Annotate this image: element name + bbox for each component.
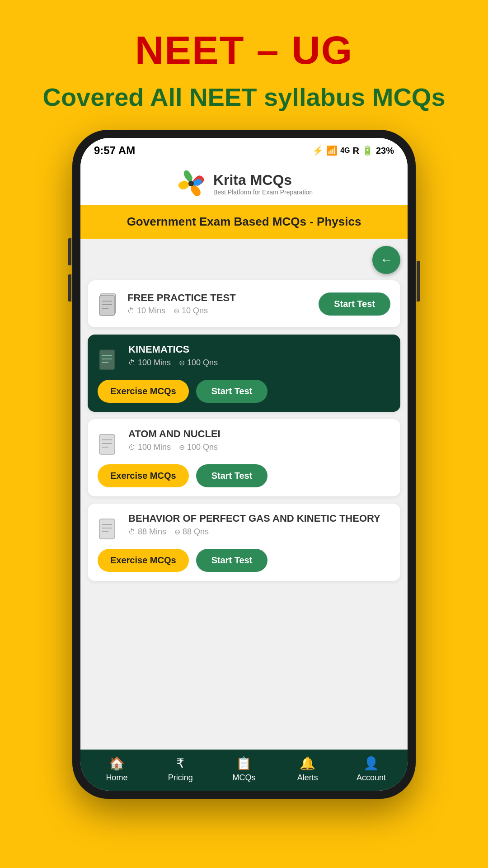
signal-icon: ⚡: [312, 145, 324, 156]
alerts-nav-icon: 🔔: [300, 756, 315, 771]
gas-icon: [98, 514, 120, 542]
kinematics-info: KINEMATICS ⏱ 100 Mins ⊖ 100 Qns: [128, 344, 390, 368]
kinematics-icon: [98, 345, 120, 373]
kinematics-actions: Exercise MCQs Start Test: [98, 380, 390, 403]
battery-percent: 23%: [376, 146, 394, 156]
svg-point-0: [188, 181, 194, 186]
pricing-nav-icon: ₹: [176, 756, 184, 771]
nav-item-alerts[interactable]: 🔔 Alerts: [285, 756, 330, 783]
app-header: Krita MCQs Best Platform for Exam Prepar…: [80, 160, 408, 205]
status-bar: 9:57 AM ⚡ 📶 4G R 🔋 23%: [80, 138, 408, 160]
nav-item-pricing[interactable]: ₹ Pricing: [158, 756, 203, 783]
logo-text-container: Krita MCQs Best Platform for Exam Prepar…: [213, 172, 313, 196]
atom-mins: ⏱ 100 Mins: [128, 443, 171, 452]
home-nav-label: Home: [106, 773, 127, 783]
kinematics-header: KINEMATICS ⏱ 100 Mins ⊖ 100 Qns: [98, 344, 390, 373]
page-title: NEET – UG: [135, 27, 353, 73]
bottom-nav: 🏠 Home ₹ Pricing 📋 MCQs 🔔 Alerts 👤: [80, 750, 408, 791]
kinematics-qns-value: 100 Qns: [187, 358, 218, 368]
volume-up-btn: [68, 238, 71, 265]
back-arrow-icon: ←: [380, 254, 393, 266]
atom-start-button[interactable]: Start Test: [196, 464, 268, 487]
home-nav-icon: 🏠: [109, 756, 125, 771]
atom-actions: Exercise MCQs Start Test: [98, 464, 390, 487]
gas-exercise-button[interactable]: Exercise MCQs: [98, 549, 189, 572]
app-name: Krita MCQs: [213, 172, 313, 189]
logo-container: Krita MCQs Best Platform for Exam Prepar…: [175, 168, 313, 199]
gas-qns: ⊖ 88 Qns: [174, 527, 209, 537]
free-mins: ⏱ 10 Mins: [127, 306, 165, 316]
gas-qns-value: 88 Qns: [183, 527, 209, 537]
atom-mins-value: 100 Mins: [138, 443, 171, 452]
atom-icon: [98, 430, 120, 457]
free-qns: ⊖ 10 Qns: [174, 306, 208, 316]
kinematics-exercise-button[interactable]: Exercise MCQs: [98, 380, 189, 403]
account-nav-label: Account: [357, 773, 386, 783]
kinematics-qns: ⊖ 100 Qns: [179, 358, 218, 368]
clock-icon: ⏱: [127, 307, 135, 315]
gas-start-button[interactable]: Start Test: [196, 549, 268, 572]
free-card-left: FREE PRACTICE TEST ⏱ 10 Mins ⊖ 10 Qns: [98, 289, 236, 318]
gas-actions: Exercise MCQs Start Test: [98, 549, 390, 572]
clock-icon: ⏱: [128, 359, 136, 367]
banner-text: Government Exam Based MCQs - Physics: [127, 215, 361, 228]
svg-rect-17: [99, 519, 115, 539]
phone-screen: 9:57 AM ⚡ 📶 4G R 🔋 23%: [80, 138, 408, 791]
atom-title: ATOM AND NUCLEI: [128, 428, 390, 440]
clock-icon: ⏱: [128, 528, 136, 536]
phone-mockup: 9:57 AM ⚡ 📶 4G R 🔋 23%: [72, 130, 416, 799]
gas-meta: ⏱ 88 Mins ⊖ 88 Qns: [128, 527, 390, 537]
clock-icon: ⏱: [128, 443, 136, 452]
atom-info: ATOM AND NUCLEI ⏱ 100 Mins ⊖ 100 Qns: [128, 428, 390, 452]
mcqs-nav-label: MCQs: [232, 773, 255, 783]
nav-item-mcqs[interactable]: 📋 MCQs: [221, 756, 267, 783]
kinematics-mins-value: 100 Mins: [138, 358, 171, 368]
app-tagline: Best Platform for Exam Preparation: [213, 189, 313, 196]
battery-icon: 🔋: [362, 145, 373, 156]
atom-qns: ⊖ 100 Qns: [179, 443, 218, 452]
back-button[interactable]: ←: [372, 246, 400, 274]
questions-icon: ⊖: [174, 307, 179, 315]
page-subtitle: Covered All NEET syllabus MCQs: [42, 82, 445, 112]
questions-icon: ⊖: [174, 528, 180, 536]
wifi-icon: 📶: [326, 145, 338, 156]
pricing-nav-label: Pricing: [168, 773, 193, 783]
gas-card: BEHAVIOR OF PERFECT GAS AND KINETIC THEO…: [88, 504, 400, 581]
data-icon: 4G: [340, 146, 350, 155]
questions-icon: ⊖: [179, 443, 185, 452]
free-start-button[interactable]: Start Test: [319, 292, 390, 316]
power-btn: [417, 261, 420, 302]
atom-header: ATOM AND NUCLEI ⏱ 100 Mins ⊖ 100 Qns: [98, 428, 390, 457]
gas-info: BEHAVIOR OF PERFECT GAS AND KINETIC THEO…: [128, 513, 390, 537]
kinematics-title: KINEMATICS: [128, 344, 390, 355]
free-qns-value: 10 Qns: [182, 306, 208, 316]
atom-meta: ⏱ 100 Mins ⊖ 100 Qns: [128, 443, 390, 452]
alerts-nav-label: Alerts: [297, 773, 318, 783]
logo-icon: [175, 168, 207, 199]
yellow-banner: Government Exam Based MCQs - Physics: [80, 205, 408, 239]
status-icons: ⚡ 📶 4G R 🔋 23%: [312, 145, 394, 156]
gas-header: BEHAVIOR OF PERFECT GAS AND KINETIC THEO…: [98, 513, 390, 542]
atom-exercise-button[interactable]: Exercise MCQs: [98, 464, 189, 487]
gas-title: BEHAVIOR OF PERFECT GAS AND KINETIC THEO…: [128, 513, 390, 524]
kinematics-meta: ⏱ 100 Mins ⊖ 100 Qns: [128, 358, 390, 368]
volume-down-btn: [68, 274, 71, 302]
nav-item-account[interactable]: 👤 Account: [349, 756, 394, 783]
gas-mins: ⏱ 88 Mins: [128, 527, 166, 537]
main-content: ←: [80, 239, 408, 750]
status-time: 9:57 AM: [94, 144, 135, 157]
back-button-wrap: ←: [88, 246, 400, 274]
free-mins-value: 10 Mins: [137, 306, 165, 316]
network-icon: R: [353, 146, 359, 156]
questions-icon: ⊖: [179, 359, 185, 367]
mcqs-nav-icon: 📋: [236, 756, 252, 771]
kinematics-card: KINEMATICS ⏱ 100 Mins ⊖ 100 Qns: [88, 335, 400, 412]
free-test-title: FREE PRACTICE TEST: [127, 292, 236, 304]
kinematics-mins: ⏱ 100 Mins: [128, 358, 171, 368]
atom-nuclei-card: ATOM AND NUCLEI ⏱ 100 Mins ⊖ 100 Qns: [88, 419, 400, 496]
kinematics-start-button[interactable]: Start Test: [196, 380, 268, 403]
svg-rect-5: [99, 296, 115, 316]
nav-item-home[interactable]: 🏠 Home: [94, 756, 139, 783]
gas-mins-value: 88 Mins: [138, 527, 166, 537]
free-test-icon: [98, 291, 120, 318]
